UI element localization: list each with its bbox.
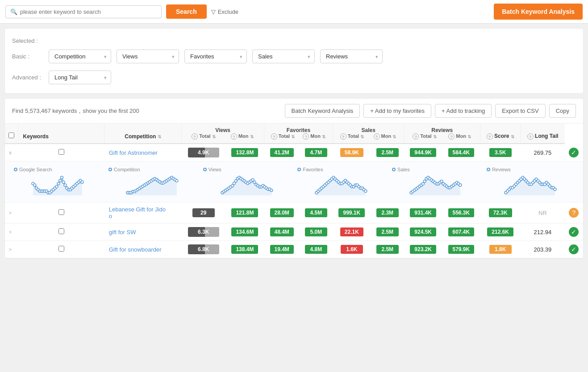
- value-badge: 1.6K: [341, 245, 363, 254]
- basic-label: Basic :: [12, 53, 43, 60]
- svg-point-14: [55, 185, 58, 188]
- value-badge: 19.4M: [270, 245, 294, 254]
- views-mon-sort[interactable]: ⇅: [250, 134, 254, 139]
- add-favorites-button[interactable]: + Add to my favorites: [363, 104, 431, 118]
- expand-cell: >: [5, 223, 18, 241]
- keyword-link[interactable]: Gift for Astronomer: [109, 149, 158, 156]
- sales-mon-help[interactable]: ?: [374, 133, 380, 140]
- row-checkbox[interactable]: [58, 228, 64, 234]
- reviews-select[interactable]: Reviews: [320, 50, 383, 63]
- sales-total-cell: 2.5M: [371, 223, 404, 241]
- keyword-cell: gift for SW: [104, 223, 182, 241]
- value-badge: 4.8M: [305, 245, 327, 254]
- competition-badge: 4.9K: [188, 148, 219, 157]
- value-badge: 134.6M: [231, 227, 258, 236]
- rev-total-cell: 584.4K: [442, 144, 480, 161]
- rev-total-help[interactable]: ?: [413, 133, 419, 140]
- views-select-wrap: Views: [117, 50, 179, 63]
- competition-cell: 29: [181, 203, 225, 223]
- favorites-group-header: Favorites ? Total ⇅ ? Mon ⇅: [264, 124, 333, 144]
- value-badge: 48.4M: [270, 227, 294, 236]
- rev-mon-cell: 72.3K: [480, 203, 520, 223]
- views-mon-cell: 19.4M: [264, 241, 300, 258]
- add-tracking-button[interactable]: + Add to tracking: [435, 104, 492, 118]
- views-group-header: Views ? Total ⇅ ? Mon ⇅: [181, 124, 264, 144]
- search-button[interactable]: Search: [166, 4, 207, 19]
- selected-row: Selected :: [12, 37, 576, 44]
- score-cell: 203.39: [521, 241, 565, 258]
- filter-panel: Selected : Basic : Competition Views Fav…: [4, 28, 584, 94]
- row-checkbox[interactable]: [58, 149, 64, 155]
- value-badge: 138.4M: [231, 245, 258, 254]
- advanced-filter-row: Advanced : Long Tail: [12, 70, 576, 84]
- rev-mon-help[interactable]: ?: [448, 133, 455, 140]
- expand-button[interactable]: >: [9, 229, 12, 235]
- fav-total-help[interactable]: ?: [271, 133, 277, 140]
- score-cell: NR: [521, 203, 565, 223]
- select-cell: [18, 241, 104, 258]
- search-input[interactable]: [20, 8, 157, 15]
- sales-total-help[interactable]: ?: [340, 133, 346, 140]
- value-badge: 5.0M: [305, 227, 327, 236]
- table-row: > gift for SW 6.3K 134.6M 48.4M 5.0M 22.…: [5, 223, 583, 241]
- keywords-header: Keywords: [18, 124, 104, 144]
- views-mon-help-icon[interactable]: ?: [231, 133, 237, 140]
- rev-mon-cell: 1.8K: [480, 241, 520, 258]
- fav-total-sort[interactable]: ⇅: [291, 134, 295, 139]
- longtail-cell: ✓: [565, 241, 583, 258]
- sales-select-wrap: Sales: [252, 50, 315, 63]
- rev-total-sort[interactable]: ⇅: [433, 134, 437, 139]
- fav-mon-help[interactable]: ?: [303, 133, 309, 140]
- rev-total-cell: 607.4K: [442, 223, 480, 241]
- views-total-cell: 138.4M: [225, 241, 264, 258]
- fav-total-cell: 4.7M: [300, 144, 333, 161]
- keyword-link[interactable]: Lebanese Gift for Jidoo: [109, 206, 166, 219]
- svg-point-59: [175, 179, 178, 182]
- results-area: Find 5,573,467 keywords，show you the fir…: [4, 98, 584, 259]
- score-sort[interactable]: ⇅: [511, 134, 514, 139]
- competition-select[interactable]: Competition: [49, 50, 111, 63]
- mini-chart: Reviews: [485, 165, 576, 198]
- row-checkbox[interactable]: [58, 246, 64, 252]
- keyword-cell: Gift for Astronomer: [104, 144, 182, 161]
- longtail-select[interactable]: Long Tail: [49, 70, 111, 84]
- svg-point-29: [81, 181, 83, 183]
- score-value: 203.39: [534, 246, 552, 253]
- sales-select[interactable]: Sales: [252, 50, 315, 63]
- results-toolbar: Find 5,573,467 keywords，show you the fir…: [5, 99, 583, 124]
- export-csv-button[interactable]: Export to CSV: [495, 104, 545, 118]
- expand-button[interactable]: >: [9, 247, 12, 252]
- chart-container-cell: Google Search Competition View: [5, 161, 583, 203]
- rev-mon-sort[interactable]: ⇅: [467, 134, 471, 139]
- views-total-cell: 132.8M: [225, 144, 264, 161]
- expand-button[interactable]: ∨: [8, 150, 12, 155]
- mini-chart-label: Competition: [108, 167, 196, 172]
- score-help-icon[interactable]: ?: [487, 133, 493, 140]
- select-all-checkbox[interactable]: [8, 132, 14, 138]
- mini-chart: Sales: [390, 165, 481, 198]
- copy-button[interactable]: Copy: [549, 104, 576, 118]
- competition-sort-icon[interactable]: ⇅: [158, 134, 161, 139]
- fav-mon-sort[interactable]: ⇅: [322, 134, 325, 139]
- sales-mon-sort[interactable]: ⇅: [392, 134, 396, 139]
- keyword-link[interactable]: Gift for snowboarder: [109, 246, 162, 253]
- sales-total-cell: 2.3M: [371, 203, 404, 223]
- favorites-select[interactable]: Favorites: [184, 50, 247, 63]
- sales-total-sort[interactable]: ⇅: [360, 134, 364, 139]
- favorites-select-wrap: Favorites: [184, 50, 247, 63]
- expand-button[interactable]: >: [9, 210, 12, 215]
- views-total-sort[interactable]: ⇅: [212, 134, 216, 139]
- score-value: 269.75: [534, 149, 552, 156]
- competition-badge: 6.8K: [188, 244, 219, 254]
- batch-keyword-analysis-button[interactable]: Batch Keyword Analysis: [494, 4, 583, 20]
- sales-mon-cell: 924.5K: [404, 223, 442, 241]
- views-total-help-icon[interactable]: ?: [192, 133, 198, 140]
- value-badge: 58.9K: [340, 148, 363, 157]
- views-select[interactable]: Views: [117, 50, 179, 63]
- batch-analysis-toolbar-button[interactable]: Batch Keyword Analysis: [285, 104, 360, 118]
- longtail-help-icon[interactable]: ?: [527, 133, 534, 140]
- row-checkbox[interactable]: [58, 209, 64, 215]
- exclude-button[interactable]: ▽ Exclude: [211, 8, 238, 15]
- fav-mon-cell: 999.1K: [333, 203, 371, 223]
- keyword-link[interactable]: gift for SW: [109, 229, 136, 236]
